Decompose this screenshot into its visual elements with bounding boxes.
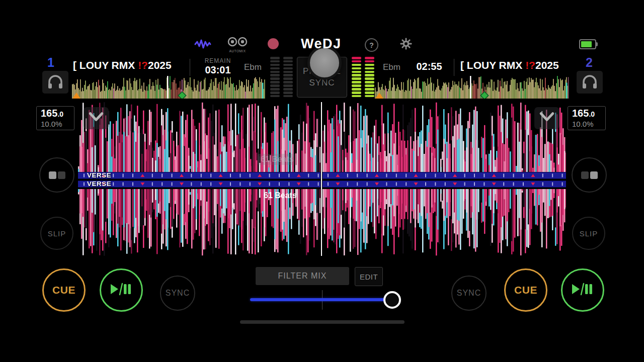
play-pause-icon [571,283,594,298]
headphone-icon [581,74,598,91]
deck1-pads-view-button[interactable] [39,157,74,193]
deck1-number: 1 [47,55,54,70]
deck2-play-pause-button[interactable] [561,268,604,312]
deck1-sync-button[interactable]: SYNC [160,276,195,311]
deck1-tempo-range: 10.0% [41,120,74,128]
deck1-headphone-cue-button[interactable] [42,71,68,94]
headphone-icon [47,74,64,91]
deck2-key: Ebm [380,62,403,72]
deck2-number: 2 [586,55,593,70]
deck2-slip-button[interactable]: SLIP [572,217,605,250]
deck1-time-display[interactable]: REMAIN 03:01 [198,57,238,76]
home-indicator [240,320,405,324]
edit-button[interactable]: EDIT [355,267,383,286]
main-waveform-area[interactable]: VERSE VERSE 61 Beats 61 Beats [78,102,566,256]
chevron-down-icon [535,108,558,129]
deck1-title-alert: !? [138,59,148,71]
automix-label: AUTOMIX [229,49,246,53]
deck2-level-meter [352,57,374,99]
deck1-bpm-display[interactable]: 165.0 10.0% [36,106,74,130]
deck1-collapse-chevron-button[interactable] [84,107,109,129]
chevron-down-icon [85,108,108,129]
crossfader-knob[interactable] [383,291,401,309]
help-icon[interactable]: ? [365,38,378,52]
deck2-headphone-cue-button[interactable] [577,71,603,94]
deck2-bpm-display[interactable]: 165.0 10.0% [568,106,606,130]
record-button[interactable] [268,38,279,49]
deck1-track-title: [ LOUY RMX !?2025 [73,59,187,71]
deck2-track-title: [ LOUY RMX !?2025 [460,59,572,71]
deck1-overview-waveform[interactable] [72,76,265,99]
deck1-cue-button[interactable]: CUE [42,268,86,312]
deck2-title-alert: !? [525,59,535,71]
playhead-line [320,102,323,256]
beats-count-ghost: 61 Beats [258,154,297,165]
pads-icon [581,171,598,179]
deck2-sync-button[interactable]: SYNC [451,276,487,311]
pads-icon [49,171,65,179]
beats-count-label: 61 Beats [264,191,297,200]
crossfader-track[interactable] [250,298,393,301]
waveform-view-icon[interactable] [194,38,211,49]
deck2-overview-waveform[interactable] [375,76,569,99]
divider [454,59,454,76]
deck2-collapse-chevron-button[interactable] [534,107,559,129]
play-pause-icon [110,283,133,298]
app-title: WeDJ [301,36,342,52]
deck2-pads-view-button[interactable] [572,157,607,193]
deck2-cue-button[interactable]: CUE [504,268,547,312]
wedj-app: AUTOMIX WeDJ ? 1 [ LOUY RMX !?2025 REMAI [0,0,644,362]
automix-icon [226,37,249,49]
battery-icon [579,39,596,49]
deck2-time-display[interactable]: 02:55 [412,61,447,72]
deck1-phrase-label: VERSE [87,172,111,179]
deck1-play-pause-button[interactable] [100,268,143,312]
divider [190,59,190,76]
deck2-tempo-range: 10.0% [572,120,605,128]
filter-mix-button[interactable]: FILTER MIX [256,267,349,285]
deck2-phrase-label: VERSE [87,180,111,188]
deck1-level-meter [270,57,293,99]
automix-button[interactable]: AUTOMIX [226,37,249,53]
deck1-key: Ebm [242,62,264,72]
settings-gear-icon[interactable] [400,38,412,50]
deck1-slip-button[interactable]: SLIP [40,217,73,250]
